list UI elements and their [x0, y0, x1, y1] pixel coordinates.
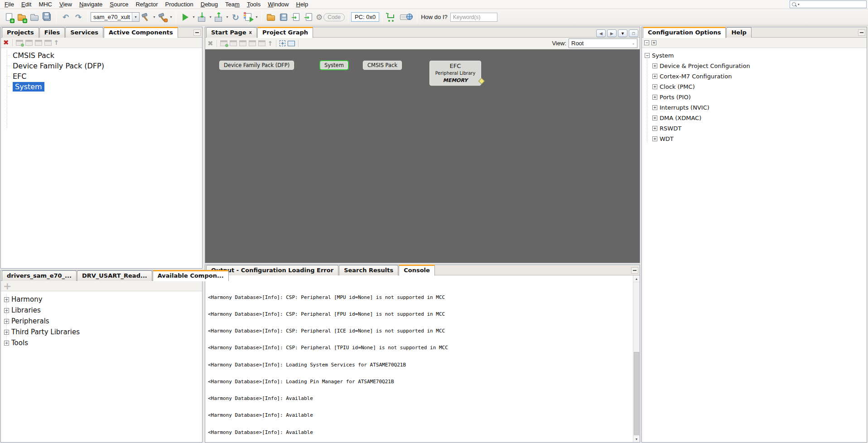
zoom-fit-icon[interactable]: + [280, 40, 285, 46]
window-add-icon[interactable] [16, 40, 23, 46]
window-icon[interactable] [249, 40, 256, 46]
menu-tools[interactable]: Tools [243, 0, 264, 9]
minimize-window-button[interactable] [193, 29, 201, 36]
tree-item-interrupts-nvic[interactable]: +Interrupts (NVIC) [642, 102, 867, 113]
scroll-down-icon[interactable]: ▼ [633, 435, 640, 442]
memory-port-diamond-icon[interactable] [478, 78, 485, 84]
tab-start-page[interactable]: Start Page x [206, 27, 257, 38]
scroll-tabs-left-button[interactable]: ◀ [596, 29, 606, 37]
close-icon[interactable]: x [249, 30, 252, 35]
tab-available-components[interactable]: Available Compon... [153, 270, 229, 281]
scroll-up-icon[interactable]: ▲ [633, 275, 640, 282]
tab-drv-usart-read[interactable]: DRV_USART_Read... [77, 270, 152, 281]
tab-projects[interactable]: Projects [2, 27, 39, 38]
menu-mhc[interactable]: MHC [35, 0, 56, 9]
search-dropdown-icon[interactable]: ▾ [798, 3, 800, 6]
maximize-window-button[interactable]: □ [629, 29, 638, 37]
undo-icon[interactable]: ↶ [60, 11, 72, 23]
window-icon[interactable] [258, 40, 265, 46]
graph-node-efc[interactable]: EFC Peripheral Library MEMORY [429, 60, 482, 86]
graph-node-dfp[interactable]: Device Family Pack (DFP) [219, 60, 294, 70]
save-all-button[interactable] [41, 11, 53, 23]
menu-window[interactable]: Window [264, 0, 292, 9]
move-up-icon[interactable]: ↑ [54, 39, 59, 46]
build-dropdown-icon[interactable]: ▾ [152, 15, 156, 19]
expand-icon[interactable]: + [652, 136, 657, 141]
window-export-icon[interactable] [35, 40, 42, 46]
view-combobox[interactable]: Root ⌄ [569, 39, 637, 48]
tab-files[interactable]: Files [39, 27, 65, 38]
tree-item-ports-pio[interactable]: +Ports (PIO) [642, 92, 867, 102]
remove-node-button[interactable]: ✖ [207, 39, 213, 48]
menu-debug[interactable]: Debug [197, 0, 222, 9]
add-component-button[interactable]: + [3, 280, 11, 292]
console-vertical-scrollbar[interactable]: ▲ ▼ [633, 275, 640, 442]
tree-item-peripherals[interactable]: +Peripherals [1, 316, 202, 327]
tree-item-harmony[interactable]: +Harmony [1, 294, 202, 305]
scrollbar-thumb[interactable] [634, 352, 639, 435]
open-project-button[interactable] [29, 11, 40, 23]
new-file-button[interactable]: + [3, 11, 15, 23]
menu-file[interactable]: File [1, 0, 18, 9]
window-icon[interactable] [239, 40, 246, 46]
graph-node-system[interactable]: System [319, 60, 349, 70]
generate-code-button[interactable]: ⚙ Code [316, 11, 345, 23]
tree-item-efc[interactable]: EFC [1, 71, 202, 82]
tab-configuration-options[interactable]: Configuration Options [643, 27, 726, 38]
menu-help[interactable]: Help [292, 0, 312, 9]
read-device-button[interactable]: ↑ [213, 11, 225, 23]
run-button[interactable] [179, 11, 191, 23]
tree-item-cortex-m7-configuration[interactable]: +Cortex-M7 Configuration [642, 71, 867, 82]
tab-active-components[interactable]: Active Components [104, 27, 178, 38]
tree-item-system-root[interactable]: − System [642, 50, 867, 61]
tree-item-dfp[interactable]: Device Family Pack (DFP) [1, 61, 202, 71]
tree-item-system-selected[interactable]: System [1, 82, 202, 92]
run-dropdown-icon[interactable]: ▾ [192, 15, 196, 19]
debug-project-button[interactable] [242, 11, 254, 23]
menu-refactor[interactable]: Refactor [132, 0, 161, 9]
window-add-icon[interactable] [220, 40, 227, 46]
menu-team[interactable]: Team [222, 0, 243, 9]
expand-icon[interactable]: + [652, 95, 657, 100]
window-icon[interactable] [230, 40, 237, 46]
make-program-button[interactable]: ↓ [196, 11, 208, 23]
tab-services[interactable]: Services [65, 27, 103, 38]
remove-component-button[interactable]: ✖ [3, 39, 9, 47]
quick-search-input[interactable]: ▾ [790, 0, 867, 8]
tree-item-dma-xdmac[interactable]: +DMA (XDMAC) [642, 113, 867, 123]
expand-icon[interactable]: + [652, 116, 657, 120]
tab-project-graph[interactable]: Project Graph [257, 27, 313, 38]
new-project-button[interactable]: + [16, 11, 28, 23]
expand-icon[interactable]: + [652, 126, 657, 131]
tree-item-cmsis-pack[interactable]: CMSIS Pack [1, 50, 202, 61]
tree-item-device-project-configuration[interactable]: +Device & Project Configuration [642, 61, 867, 71]
move-up-icon[interactable]: ↑ [268, 40, 273, 47]
tree-item-libraries[interactable]: +Libraries [1, 305, 202, 316]
menu-navigate[interactable]: Navigate [76, 0, 106, 9]
keyword-search-input[interactable]: Keyword(s) [450, 13, 497, 22]
collapse-all-button[interactable]: − [644, 40, 649, 45]
expand-icon[interactable]: + [652, 63, 657, 68]
project-config-combobox[interactable]: sam_e70_xult ▾ [91, 12, 140, 22]
tab-help[interactable]: Help [726, 27, 751, 38]
tab-list-dropdown-button[interactable]: ▼ [618, 29, 627, 37]
debug-dropdown-icon[interactable]: ▾ [255, 15, 259, 19]
redo-icon[interactable]: ↷ [72, 11, 84, 23]
program-dropdown-icon[interactable]: ▾ [208, 15, 212, 19]
tree-item-third-party-libraries[interactable]: +Third Party Libraries [1, 327, 202, 337]
window-remove-icon[interactable] [25, 40, 33, 46]
export-image-icon[interactable] [288, 41, 295, 46]
tree-item-clock-pmc[interactable]: +Clock (PMC) [642, 82, 867, 92]
tab-console[interactable]: Console [399, 265, 435, 276]
save-button[interactable] [278, 11, 289, 23]
menu-source[interactable]: Source [106, 0, 132, 9]
tab-drivers-sam-e70[interactable]: drivers_sam_e70_... [2, 270, 77, 281]
minimize-window-button[interactable] [858, 29, 865, 36]
clean-build-dropdown-icon[interactable]: ▾ [169, 15, 173, 19]
expand-all-button[interactable]: + [651, 40, 656, 45]
menu-edit[interactable]: Edit [18, 0, 35, 9]
build-button[interactable] [140, 11, 152, 23]
project-graph-canvas[interactable]: Device Family Pack (DFP) System CMSIS Pa… [205, 49, 640, 263]
window-close-icon[interactable] [44, 40, 52, 46]
tab-search-results[interactable]: Search Results [339, 265, 398, 275]
